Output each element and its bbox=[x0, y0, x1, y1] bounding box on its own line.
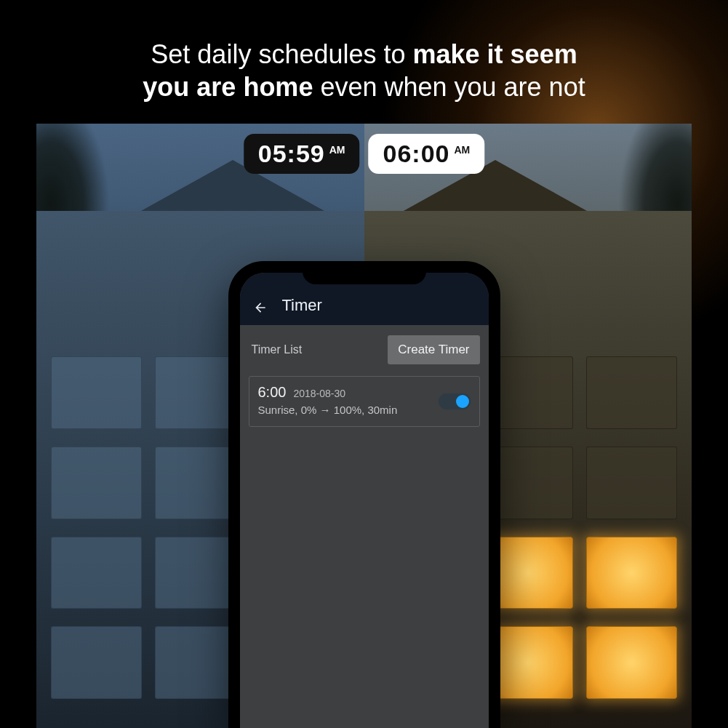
timer-date: 2018-08-30 bbox=[293, 388, 345, 399]
time-pills: 05:59 AM 06:00 AM bbox=[244, 134, 485, 174]
window bbox=[51, 626, 142, 699]
window-lit bbox=[586, 537, 677, 609]
timer-description: Sunrise, 0% → 100%, 30min bbox=[258, 404, 471, 416]
window bbox=[51, 356, 142, 429]
toggle-knob bbox=[456, 395, 469, 408]
headline-bold: you are home bbox=[143, 72, 313, 102]
window bbox=[586, 447, 677, 519]
window-lit bbox=[586, 626, 677, 699]
window bbox=[51, 447, 142, 519]
window bbox=[586, 356, 677, 429]
headline-part: even when you are not bbox=[313, 72, 585, 102]
time-ampm: AM bbox=[454, 144, 470, 156]
time-value: 06:00 bbox=[383, 140, 450, 168]
time-pill-after: 06:00 AM bbox=[369, 134, 485, 174]
headline: Set daily schedules to make it seem you … bbox=[0, 38, 728, 103]
timer-time: 6:00 bbox=[258, 384, 287, 401]
timer-list-header: Timer List Create Timer bbox=[240, 325, 489, 372]
headline-bold: make it seem bbox=[413, 39, 577, 69]
back-arrow-icon[interactable] bbox=[253, 300, 268, 315]
time-pill-before: 05:59 AM bbox=[244, 134, 360, 174]
timer-card[interactable]: 6:00 2018-08-30 Sunrise, 0% → 100%, 30mi… bbox=[249, 376, 480, 427]
timer-list-label: Timer List bbox=[252, 343, 303, 356]
timer-toggle[interactable] bbox=[439, 393, 471, 409]
time-value: 05:59 bbox=[258, 140, 325, 168]
headline-part: Set daily schedules to bbox=[151, 39, 412, 69]
app-screen: Timer Timer List Create Timer 6:00 2018-… bbox=[240, 273, 489, 728]
phone-notch bbox=[303, 263, 426, 284]
window bbox=[51, 537, 142, 609]
time-ampm: AM bbox=[329, 144, 345, 156]
page-title: Timer bbox=[282, 296, 322, 315]
phone-mockup: Timer Timer List Create Timer 6:00 2018-… bbox=[230, 263, 499, 728]
create-timer-button[interactable]: Create Timer bbox=[388, 335, 479, 364]
